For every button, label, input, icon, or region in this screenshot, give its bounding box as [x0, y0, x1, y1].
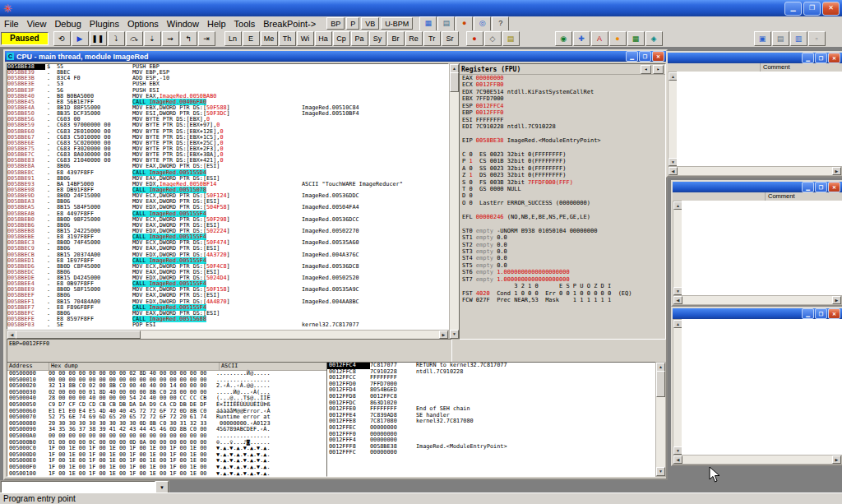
step-into-button[interactable]: ⤵ [108, 31, 125, 46]
register-line[interactable]: FCW 027F Prec NEAR,53 Mask 1 1 1 1 1 1 [460, 297, 665, 303]
menu-button-p[interactable]: P [346, 17, 359, 30]
register-line[interactable]: FST 4020 Cond 1 0 0 0 Err 0 0 1 0 0 0 0 … [460, 290, 665, 297]
menu-button-vb[interactable]: VB [361, 17, 379, 30]
panel-button-wi[interactable]: Wi [297, 31, 314, 46]
scroll-right-arrow[interactable]: ▶ [832, 455, 841, 464]
disasm-row[interactable]: 0058BED6.8B0D C8F45000MOV ECX,DWORD PTR … [7, 264, 448, 270]
register-line[interactable]: ST0 empty -UNORM B938 01050104 00000000 [460, 228, 665, 234]
register-line[interactable]: EBX 7FFD7000 [460, 95, 665, 102]
side-window-1-titlebar[interactable]: ▁❐✕ [668, 53, 842, 63]
side-window-1-body[interactable] [677, 72, 842, 167]
register-line[interactable]: P 1 CS 001B 32bit 0(FFFFFFFF) [460, 158, 665, 164]
command-dropdown-button[interactable]: ▼ [155, 481, 169, 493]
dump-row[interactable]: 005001001F 00 1E 00 1F 00 1E 00 1F 00 1E… [7, 471, 326, 478]
disasm-row[interactable]: 0058BEF7.E8 F896F8FFCALL ImageRed.005155… [7, 305, 448, 311]
scroll-right-arrow[interactable]: ▶ [832, 296, 841, 304]
scroll-thumb[interactable] [16, 331, 141, 339]
close-button[interactable]: ✕ [822, 2, 840, 16]
maximize-button[interactable]: ❐ [815, 182, 827, 192]
stack-row[interactable]: 0012FFFC00000000 [327, 450, 655, 456]
help-icon[interactable]: ? [492, 16, 509, 31]
register-line[interactable] [460, 131, 665, 137]
maximize-button[interactable]: ❐ [815, 53, 827, 63]
run-button[interactable]: ▶ [72, 31, 89, 46]
register-line[interactable]: Z 1 DS 0023 32bit 0(FFFFFFFF) [460, 172, 665, 178]
side-window-2-titlebar[interactable]: ▁❐✕ [673, 182, 842, 192]
scroll-down-arrow[interactable]: ▼ [450, 330, 459, 339]
disasm-row[interactable]: 0058BE8C.E8 4397F8FFCALL ImageRed.005155… [7, 170, 448, 176]
breakpoint-button[interactable]: ● [466, 31, 483, 46]
panel-button-sy[interactable]: Sy [369, 31, 386, 46]
register-line[interactable] [460, 220, 665, 227]
menu-item-breakpoint[interactable]: BreakPoint-> [259, 18, 320, 30]
step-over-button[interactable]: ⤼ [126, 31, 143, 46]
options-button[interactable]: ◈ [645, 31, 663, 46]
panel-button-me[interactable]: Me [261, 31, 278, 46]
register-line[interactable]: ECX 0012FFB0 [460, 81, 665, 88]
close-button[interactable]: ✕ [828, 182, 840, 192]
register-line[interactable]: ST1 empty 0.0 [460, 234, 665, 241]
register-line[interactable]: T 0 GS 0000 NULL [460, 186, 665, 192]
side-window-3-titlebar[interactable]: ▁❐✕ [673, 308, 842, 319]
register-line[interactable]: ST6 empty 1.0000000000000000000 [460, 269, 665, 275]
disasm-row[interactable]: 0058BEE9.8B0D 58F15000MOV ECX,DWORD PTR … [7, 287, 448, 293]
minimize-button[interactable]: ▁ [802, 308, 814, 319]
maximize-button[interactable]: ❐ [815, 308, 827, 319]
blank-button[interactable]: ▫ [808, 31, 826, 46]
scroll-thumb[interactable] [656, 371, 665, 397]
close-button[interactable]: ✕ [828, 53, 840, 63]
register-line[interactable]: O 0 LastErr ERROR_SUCCESS (00000000) [460, 200, 665, 206]
register-line[interactable]: C 0 ES 0023 32bit 0(FFFFFFFF) [460, 151, 665, 158]
register-line[interactable] [460, 144, 665, 150]
register-line[interactable] [460, 206, 665, 213]
ascii-button[interactable]: A [591, 31, 608, 46]
disasm-row[interactable]: 0058BE9D.8B0D 24F15000MOV ECX,DWORD PTR … [7, 193, 448, 199]
register-line[interactable]: ST3 empty 0.0 [460, 248, 665, 255]
side-window-3-hscrollbar[interactable]: ◀ ▶ [673, 455, 842, 465]
till-return-button[interactable]: ↰ [180, 31, 197, 46]
register-line[interactable]: S 0 FS 003B 32bit 7FFDF000(FFF) [460, 179, 665, 186]
goto-button[interactable]: ⇥ [198, 31, 215, 46]
minimize-button[interactable]: ▁ [802, 182, 814, 192]
disasm-row[interactable]: 0058BEC3.8B0D 74F45000MOV ECX,DWORD PTR … [7, 240, 448, 246]
side-window-3-body[interactable] [682, 319, 842, 455]
scroll-left-arrow[interactable]: ◀ [669, 167, 678, 175]
scroll-left-arrow[interactable]: ◀ [673, 296, 682, 304]
command-input[interactable] [1, 481, 155, 493]
scroll-right-arrow[interactable]: ▶ [832, 167, 841, 175]
panel-button-br[interactable]: Br [387, 31, 405, 46]
register-line[interactable]: ESI FFFFFFFF [460, 117, 665, 123]
side-window-1-hscrollbar[interactable]: ◀ ▶ [668, 166, 842, 176]
menu-item-options[interactable]: Options [123, 18, 163, 30]
menu-item-tools[interactable]: Tools [230, 18, 260, 30]
register-line[interactable]: ESP 0012FFC4 [460, 103, 665, 109]
watch-button[interactable]: ◇ [484, 31, 502, 46]
side-window-2-hscrollbar[interactable]: ◀ ▶ [673, 295, 842, 305]
scroll-left-arrow[interactable]: ◀ [673, 455, 682, 464]
panel-button-re[interactable]: Re [405, 31, 423, 46]
panel-button-sr[interactable]: Sr [442, 31, 459, 46]
disasm-row[interactable]: 0058BE3E.53PUSH EBX [7, 81, 448, 87]
restart-button[interactable]: ⟲ [53, 31, 71, 46]
menu-item-debug[interactable]: Debug [50, 18, 85, 30]
minimize-button[interactable]: ▁ [626, 51, 638, 62]
register-line[interactable]: A 0 SS 0023 32bit 0(FFFFFFFF) [460, 165, 665, 172]
minimize-button[interactable]: ▁ [784, 2, 802, 16]
search-icon[interactable]: ◎ [474, 16, 491, 31]
register-line[interactable]: 3 2 1 0 E S P U O Z D I [460, 283, 665, 289]
register-line[interactable]: ST7 empty 1.0000000000000000000 [460, 276, 665, 283]
scroll-down-arrow[interactable]: ▼ [656, 467, 665, 476]
menu-item-help[interactable]: Help [203, 18, 230, 30]
maximize-button[interactable]: ❐ [803, 2, 821, 16]
animate-over-button[interactable]: ⇝ [162, 31, 179, 46]
disasm-row[interactable]: 0058BE83.C683 21040000 00MOV BYTE PTR DS… [7, 158, 448, 164]
register-line[interactable]: ST2 empty 0.0 [460, 242, 665, 248]
menu-item-window[interactable]: Window [163, 18, 203, 30]
modules-icon[interactable]: ▤ [437, 16, 455, 31]
log-button[interactable]: ▤ [502, 31, 520, 46]
close-button[interactable]: ✕ [828, 308, 840, 319]
add-button[interactable]: ✚ [573, 31, 590, 46]
disasm-row[interactable]: 0058BF03.5EPOP ESIkernel32.7C817077 [7, 322, 448, 328]
register-line[interactable]: EAX 00000000 [460, 75, 665, 81]
menu-button-bp[interactable]: BP [326, 17, 345, 30]
